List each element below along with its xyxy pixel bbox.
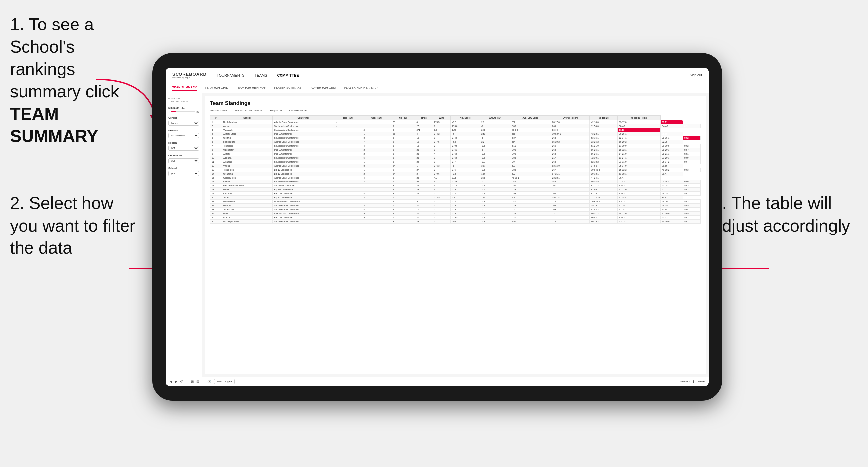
logo-text: SCOREBOARD	[172, 71, 207, 76]
table-cell: 1.21	[510, 216, 551, 220]
table-row: 3VanderbiltSoutheastern Conference-25271…	[210, 128, 701, 132]
table-cell: -6.2	[451, 120, 480, 124]
table-cell: 26	[392, 132, 415, 136]
table-cell: 83-15-0	[551, 164, 590, 168]
table-cell: 1.9	[510, 160, 551, 164]
table-cell: 1	[362, 120, 392, 124]
min-rank-label: Minimum Ro...	[168, 106, 199, 109]
table-cell: 9-19-1	[618, 216, 661, 220]
sign-out-link[interactable]: Sign out	[690, 73, 702, 77]
table-cell: Big 12 Conference	[273, 168, 335, 172]
tab-player-summary[interactable]: PLAYER SUMMARY	[274, 85, 302, 91]
table-cell: Atlantic Coast Conference	[273, 140, 335, 144]
school-select[interactable]: (All)	[168, 171, 199, 176]
table-cell: 2.77	[451, 128, 480, 132]
conference-select[interactable]: (All)	[168, 158, 199, 163]
refresh-icon[interactable]: ↺	[180, 379, 183, 383]
table-cell: Oregon	[222, 216, 273, 220]
table-cell: -	[335, 216, 362, 220]
tab-player-h2h-grid[interactable]: PLAYER H2H GRID	[310, 85, 336, 91]
table-row: 17East Tennessee StateSouthern Conferenc…	[210, 184, 701, 188]
table-cell: 61-21-0	[590, 144, 618, 148]
grid-icon[interactable]: ⊡	[196, 379, 199, 383]
table-cell: 279.6	[433, 172, 451, 176]
table-cell: 10	[362, 220, 392, 224]
back-icon[interactable]: ◀	[169, 379, 172, 383]
table-cell: 15	[210, 176, 222, 180]
table-row: 26Mississippi StateSoutheastern Conferen…	[210, 220, 701, 224]
copy-icon[interactable]: ⊞	[191, 379, 194, 383]
table-cell: 5	[392, 128, 415, 132]
col-conference: Conference	[273, 116, 335, 120]
instruction-step2-text: 2. Select how you want to filter the dat…	[10, 193, 135, 257]
table-cell: Southeastern Conference	[273, 124, 335, 128]
table-cell: 1.28	[510, 188, 551, 192]
nav-tournaments[interactable]: TOURNAMENTS	[217, 72, 245, 79]
table-cell: 2	[210, 124, 222, 128]
table-cell: 18	[210, 188, 222, 192]
table-cell: 3	[210, 128, 222, 132]
table-cell: 80.94	[683, 156, 701, 160]
table-cell: 63-15-1	[590, 136, 618, 140]
forward-icon[interactable]: ▶	[175, 379, 178, 383]
table-cell: 9	[392, 124, 415, 128]
table-cell: -	[335, 132, 362, 136]
table-cell: 23-11-0	[618, 160, 661, 164]
table-cell: 8	[210, 148, 222, 152]
export-icon[interactable]: ⬆	[692, 379, 695, 383]
table-cell: 4	[433, 180, 451, 184]
tab-team-h2h-heatmap[interactable]: TEAM H2H HEATMAP	[236, 85, 266, 91]
toolbar-separator-1	[187, 379, 187, 384]
watch-button[interactable]: Watch ▾	[680, 380, 690, 383]
table-cell: Georgia	[222, 204, 273, 208]
table-cell: 18-23-0	[618, 212, 661, 216]
table-cell: 80.38	[683, 216, 701, 220]
table-cell: -2	[479, 208, 510, 212]
table-cell: 80.34	[683, 200, 701, 204]
table-row: 9ArizonaPac-12 Conference-28234276.8-3.6…	[210, 152, 701, 156]
table-row: 1North CarolinaAtlantic Coast Conference…	[210, 120, 701, 124]
gender-select[interactable]: Men's Women's	[168, 121, 199, 126]
table-cell: 1	[362, 184, 392, 188]
division-select[interactable]: NCAA Division I NCAA Division II	[168, 133, 199, 138]
table-cell: 23	[415, 188, 433, 192]
table-cell: 109-24-2	[590, 200, 618, 204]
table-cell: -3.6	[479, 156, 510, 160]
tab-team-h2h-grid[interactable]: TEAM H2H GRID	[205, 85, 228, 91]
table-cell: 72-30-1	[590, 156, 618, 160]
table-cell: Arizona	[222, 152, 273, 156]
nav-teams[interactable]: TEAMS	[255, 72, 267, 79]
clock-icon[interactable]: 🕐	[207, 379, 211, 383]
table-cell: 268	[551, 160, 590, 164]
table-cell: 92-48-3	[590, 208, 618, 212]
table-cell: Southern Conference	[273, 184, 335, 188]
region-select[interactable]: N/A All	[168, 146, 199, 151]
min-rank-slider[interactable]	[171, 111, 195, 112]
table-cell: -	[335, 204, 362, 208]
table-row: 7TennesseeSoutheastern Conference-481822…	[210, 144, 701, 148]
table-cell: 7	[415, 196, 433, 200]
table-cell: 10	[210, 156, 222, 160]
table-cell: 23-33-1	[660, 216, 683, 220]
nav-committee[interactable]: COMMITTEE	[277, 72, 299, 79]
table-cell: 29-15-1	[660, 136, 683, 140]
table-cell: 7	[362, 180, 392, 184]
table-cell: 23-18-2	[660, 184, 683, 188]
view-original-button[interactable]: View: Original	[214, 379, 235, 384]
table-cell: 277.5	[451, 180, 480, 184]
table-cell: 270	[551, 220, 590, 224]
table-cell: 1	[415, 164, 433, 168]
table-row: 4Arizona StatePac-12 Conference-1264274.…	[210, 132, 701, 136]
table-cell: 86.58	[618, 128, 661, 132]
table-cell: 279.7	[451, 212, 480, 216]
table-cell: 265	[510, 132, 551, 136]
table-cell: 6	[433, 124, 451, 128]
table-cell: -5.1	[479, 184, 510, 188]
table-cell: 2	[433, 192, 451, 196]
instruction-step3: 3. The table will adjust accordingly	[712, 192, 858, 237]
tab-team-summary[interactable]: TEAM SUMMARY	[172, 85, 197, 91]
share-button[interactable]: Share	[698, 380, 705, 383]
table-cell: 1.85	[510, 168, 551, 172]
tab-player-h2h-heatmap[interactable]: PLAYER H2H HEATMAP	[344, 85, 377, 91]
table-cell: 271	[415, 128, 433, 132]
